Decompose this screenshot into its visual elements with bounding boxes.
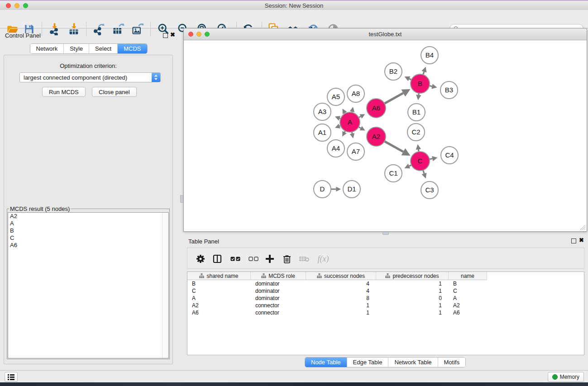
- graph-node-C1[interactable]: C1: [385, 165, 402, 182]
- graph-node-A7[interactable]: A7: [347, 143, 364, 160]
- tab-edge-table[interactable]: Edge Table: [347, 357, 389, 367]
- graph-node-B2[interactable]: B2: [385, 63, 402, 80]
- task-history-button[interactable]: [5, 372, 18, 382]
- tab-mcds[interactable]: MCDS: [118, 44, 147, 53]
- table-cell[interactable]: 1: [306, 302, 376, 309]
- table-cell[interactable]: connector: [251, 302, 306, 309]
- tab-style[interactable]: Style: [64, 44, 89, 53]
- graph-node-D1[interactable]: D1: [343, 181, 360, 198]
- run-mcds-button[interactable]: Run MCDS: [42, 87, 86, 97]
- close-panel-label: Close panel: [99, 89, 130, 95]
- table-cell[interactable]: 0: [376, 295, 449, 302]
- graph-node-A6[interactable]: A6: [367, 99, 386, 118]
- graph-node-B1[interactable]: B1: [408, 104, 425, 121]
- table-cell[interactable]: B: [187, 280, 251, 287]
- graph-node-A3[interactable]: A3: [314, 103, 331, 120]
- column-header-name[interactable]: name: [449, 272, 487, 280]
- memory-button[interactable]: Memory: [548, 372, 584, 382]
- column-header-MCDS-role[interactable]: MCDS role: [251, 272, 306, 280]
- mcds-result-item[interactable]: A6: [8, 242, 168, 249]
- table-cell[interactable]: A6: [449, 309, 487, 316]
- table-row[interactable]: Cdominator41C: [187, 287, 584, 295]
- graph-node-B[interactable]: B: [411, 74, 430, 93]
- float-table-panel-icon[interactable]: [571, 238, 576, 243]
- table-cell[interactable]: C: [187, 287, 251, 295]
- tab-motifs[interactable]: Motifs: [438, 357, 466, 367]
- network-window-titlebar[interactable]: testGlobe.txt: [184, 29, 587, 40]
- close-panel-icon[interactable]: ✖: [170, 31, 175, 39]
- mcds-result-item[interactable]: A2: [8, 213, 168, 220]
- column-header-successor-nodes[interactable]: successor nodes: [306, 272, 376, 280]
- table-row[interactable]: Bdominator41B: [187, 280, 584, 287]
- column-header-shared-name[interactable]: shared name: [187, 272, 251, 280]
- memory-label: Memory: [560, 374, 579, 380]
- table-cell[interactable]: A: [187, 295, 251, 302]
- table-cell[interactable]: A2: [449, 302, 487, 309]
- float-panel-icon[interactable]: [163, 33, 168, 38]
- toggle-panel-icon[interactable]: [211, 253, 223, 264]
- scrollbar-track[interactable]: [162, 213, 168, 358]
- graph-node-C4[interactable]: C4: [441, 147, 458, 164]
- optimization-criterion-select[interactable]: largest connected component (directed): [19, 72, 161, 82]
- tab-network[interactable]: Network: [30, 44, 64, 53]
- table-cell[interactable]: connector: [251, 309, 306, 316]
- table-cell[interactable]: 1: [376, 302, 449, 309]
- mcds-result-item[interactable]: A: [8, 220, 168, 227]
- table-cell[interactable]: 1: [376, 287, 449, 295]
- graph-node-A2[interactable]: A2: [367, 127, 386, 146]
- close-panel-button[interactable]: Close panel: [92, 87, 137, 97]
- table-cell[interactable]: 4: [306, 287, 376, 295]
- graph-node-C2[interactable]: C2: [407, 124, 425, 141]
- graph-node-B4[interactable]: B4: [421, 47, 438, 64]
- table-cell[interactable]: A2: [187, 302, 251, 309]
- graph-node-A1[interactable]: A1: [314, 124, 331, 141]
- table-row[interactable]: A6connector11A6: [187, 309, 584, 316]
- table-cell[interactable]: 1: [376, 280, 449, 287]
- graph-node-D[interactable]: D: [314, 181, 331, 198]
- network-graph[interactable]: B4B2BB3A8A5A6A3B1AC2A1A2A4A7C4CC1DD1C3: [184, 40, 587, 232]
- table-cell[interactable]: A: [449, 295, 487, 302]
- select-all-columns-icon[interactable]: [229, 253, 241, 264]
- graph-node-C3[interactable]: C3: [421, 181, 438, 199]
- apply-function-icon[interactable]: f(x): [316, 253, 331, 264]
- tab-select[interactable]: Select: [89, 44, 118, 53]
- mcds-panel: Optimization criterion: largest connecte…: [4, 55, 173, 364]
- table-cell[interactable]: B: [449, 280, 487, 287]
- main-toolbar: [0, 10, 588, 29]
- node-table: shared nameMCDS rolesuccessor nodesprede…: [187, 272, 584, 355]
- column-header-predecessor-nodes[interactable]: predecessor nodes: [376, 272, 449, 280]
- mcds-result-item[interactable]: B: [8, 227, 168, 234]
- mcds-result-item[interactable]: C: [8, 234, 168, 242]
- table-cell[interactable]: dominator: [251, 280, 306, 287]
- table-cell[interactable]: 1: [306, 309, 376, 316]
- table-cell[interactable]: A6: [187, 309, 251, 316]
- table-cell[interactable]: dominator: [251, 295, 306, 302]
- graph-node-A4[interactable]: A4: [327, 140, 344, 157]
- delete-table-icon[interactable]: [298, 253, 310, 264]
- tab-node-table[interactable]: Node Table: [305, 357, 347, 367]
- table-cell[interactable]: 1: [376, 309, 449, 316]
- table-cell[interactable]: C: [449, 287, 487, 295]
- table-cell[interactable]: 4: [306, 280, 376, 287]
- unselect-all-columns-icon[interactable]: [248, 253, 259, 264]
- graph-node-C[interactable]: C: [411, 152, 430, 171]
- sort-hierarchy-icon: [199, 273, 204, 278]
- close-table-panel-icon[interactable]: ✖: [579, 236, 584, 244]
- table-cell[interactable]: dominator: [251, 287, 306, 295]
- window-resize-grip[interactable]: [578, 223, 586, 230]
- graph-node-label: A6: [372, 104, 380, 112]
- graph-node-A8[interactable]: A8: [347, 85, 364, 102]
- graph-node-A5[interactable]: A5: [327, 88, 344, 105]
- table-row[interactable]: Adominator80A: [187, 295, 584, 302]
- graph-node-A[interactable]: A: [340, 112, 360, 132]
- graph-node-B3[interactable]: B3: [440, 81, 458, 99]
- tab-network-table[interactable]: Network Table: [388, 357, 438, 367]
- table-cell[interactable]: 8: [306, 295, 376, 302]
- network-canvas[interactable]: B4B2BB3A8A5A6A3B1AC2A1A2A4A7C4CC1DD1C3: [184, 40, 587, 231]
- create-column-icon[interactable]: [264, 253, 276, 264]
- vertical-scroll-thumb[interactable]: [180, 195, 183, 203]
- table-row[interactable]: A2connector11A2: [187, 302, 584, 309]
- settings-gear-icon[interactable]: [195, 253, 206, 264]
- control-panel-title: Control Panel: [5, 32, 41, 39]
- delete-columns-icon[interactable]: [281, 253, 293, 264]
